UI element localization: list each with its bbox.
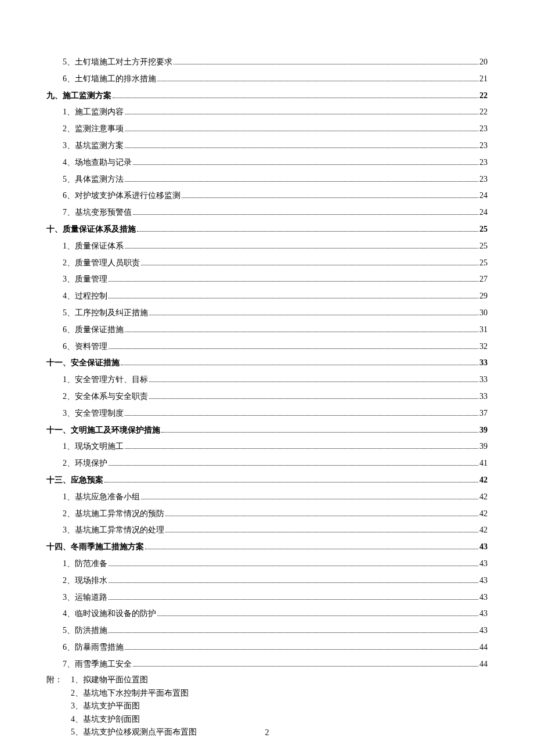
page-number: 2 [0,728,534,737]
toc-entry: 3、基坑施工异常情况的处理42 [63,523,488,537]
toc-entry-page: 23 [479,139,488,153]
toc-entry-label: 1、施工监测内容 [63,105,124,119]
toc-entry-page: 42 [479,507,488,521]
toc-entry: 3、运输道路43 [63,591,488,604]
toc-entry-label: 5、防洪措施 [63,624,107,638]
toc-leader-dots [125,409,478,416]
toc-entry-page: 37 [479,406,488,420]
toc-leader-dots [125,107,478,114]
toc-entry: 十四、冬雨季施工措施方案43 [46,540,488,554]
toc-entry: 3、安全管理制度37 [63,406,488,420]
toc-leader-dots [149,392,478,399]
toc-entry-label: 6、质量保证措施 [63,323,124,337]
toc-entry-label: 1、基坑应急准备小组 [63,490,140,504]
toc-leader-dots [125,643,478,650]
toc-leader-dots [104,476,478,483]
toc-leader-dots [109,559,478,566]
toc-entry-label: 十一、文明施工及环境保护措施 [46,423,160,437]
toc-entry: 4、过程控制29 [63,289,488,303]
toc-leader-dots [125,442,478,449]
toc-entry: 十、质量保证体系及措施25 [46,222,488,236]
toc-leader-dots [125,242,478,249]
toc-entry-page: 43 [479,607,488,621]
toc-leader-dots [133,660,478,667]
toc-leader-dots [109,291,478,298]
toc-leader-dots [133,208,478,215]
toc-leader-dots [125,174,478,181]
attach-item: 2、基坑地下水控制井平面布置图 [71,687,197,700]
toc-entry-label: 6、防暴雨雪措施 [63,640,124,654]
toc-entry-page: 42 [479,473,488,487]
toc-entry: 2、环境保护41 [63,456,488,470]
toc-entry-page: 43 [479,591,488,604]
toc-entry-label: 3、运输道路 [63,591,107,604]
toc-entry: 6、对护坡支护体系进行位移监测24 [63,189,488,203]
toc-entry-page: 33 [479,390,488,404]
toc-entry: 5、工序控制及纠正措施30 [63,306,488,320]
toc-leader-dots [125,325,478,332]
toc-entry-label: 十三、应急预案 [46,473,103,487]
toc-entry-label: 1、安全管理方针、目标 [63,373,148,387]
toc-entry-label: 1、防范准备 [63,557,107,571]
toc-entry-page: 33 [479,373,488,387]
toc-entry: 6、土钉墙施工的排水措施21 [63,72,488,86]
toc-entry-label: 2、安全体系与安全职责 [63,390,148,404]
toc-leader-dots [113,91,478,98]
toc-entry-label: 4、过程控制 [63,289,107,303]
toc-entry-page: 22 [479,105,488,119]
toc-entry-label: 4、场地查勘与记录 [63,156,132,170]
toc-leader-dots [141,492,478,499]
toc-entry-page: 41 [479,456,488,470]
toc-entry-page: 42 [479,523,488,537]
toc-leader-dots [109,576,478,583]
toc-entry: 2、基坑施工异常情况的预防42 [63,507,488,521]
toc-entry: 6、防暴雨雪措施44 [63,640,488,654]
toc-entry-label: 7、雨雪季施工安全 [63,657,132,671]
toc-entry: 1、防范准备43 [63,557,488,571]
toc-entry-page: 20 [479,55,488,69]
toc-entry: 1、施工监测内容22 [63,105,488,119]
toc-leader-dots [109,626,478,633]
document-page: 5、土钉墙施工对土方开挖要求206、土钉墙施工的排水措施21九、施工监测方案22… [0,0,534,756]
toc-entry-page: 24 [479,189,488,203]
toc-entry-page: 23 [479,122,488,136]
toc-leader-dots [182,191,478,198]
toc-leader-dots [125,141,478,148]
toc-leader-dots [174,57,478,64]
toc-entry: 2、监测注意事项23 [63,122,488,136]
toc-leader-dots [137,225,478,232]
toc-entry-page: 25 [479,256,488,270]
toc-entry: 2、安全体系与安全职责33 [63,390,488,404]
toc-entry-page: 29 [479,289,488,303]
toc-leader-dots [145,542,478,549]
toc-entry-label: 九、施工监测方案 [46,89,111,103]
toc-leader-dots [125,124,478,131]
toc-entry-label: 2、质量管理人员职责 [63,256,140,270]
attach-item: 1、拟建物平面位置图 [71,674,197,686]
toc-entry-page: 25 [479,222,488,236]
toc-entry-label: 十四、冬雨季施工措施方案 [46,540,144,554]
toc-leader-dots [121,358,478,365]
toc-entry-page: 33 [479,356,488,370]
attach-item: 4、基坑支护剖面图 [71,713,197,726]
toc-entry: 1、基坑应急准备小组42 [63,490,488,504]
toc-entry-label: 1、质量保证体系 [63,239,124,253]
toc-entry: 5、防洪措施43 [63,624,488,638]
toc-entry-label: 2、现场排水 [63,574,107,588]
toc-entry-label: 2、基坑施工异常情况的预防 [63,507,164,521]
toc-entry-label: 2、监测注意事项 [63,122,124,136]
toc-leader-dots [149,308,478,315]
toc-entry-label: 2、环境保护 [63,456,107,470]
toc-leader-dots [157,74,478,81]
toc-entry-label: 4、临时设施和设备的防护 [63,607,156,621]
toc-entry-label: 6、对护坡支护体系进行位移监测 [63,189,181,203]
toc-entry: 十三、应急预案42 [46,473,488,487]
toc-entry-page: 25 [479,239,488,253]
toc-entry-label: 3、基坑施工异常情况的处理 [63,523,164,537]
toc-entry-label: 3、质量管理 [63,272,107,286]
toc-entry-page: 43 [479,624,488,638]
toc-entry: 1、现场文明施工39 [63,440,488,453]
toc-leader-dots [109,275,478,282]
toc-entry-page: 31 [479,323,488,337]
toc-entry-page: 44 [479,640,488,654]
